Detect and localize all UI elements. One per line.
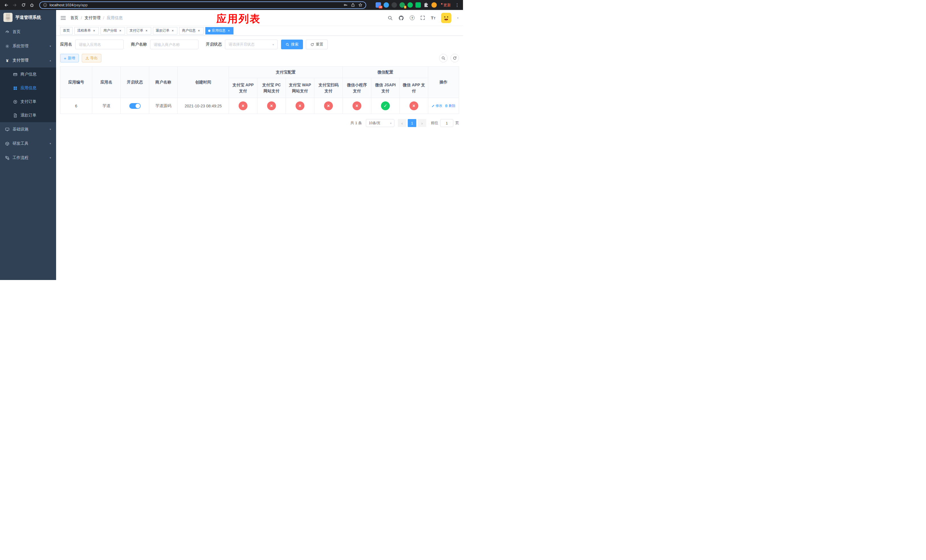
bookmark-star-icon[interactable] bbox=[358, 3, 363, 7]
breadcrumb-separator: / bbox=[103, 16, 104, 20]
close-icon[interactable]: × bbox=[145, 29, 148, 32]
sidebar-item-infrastructure[interactable]: 基础设施 ▾ bbox=[0, 122, 56, 136]
reset-button[interactable]: 重置 bbox=[306, 39, 328, 49]
toolbar-right bbox=[439, 54, 459, 62]
profile-avatar-icon[interactable] bbox=[431, 2, 437, 8]
status-switch[interactable] bbox=[129, 103, 141, 109]
delete-button[interactable]: 删除 bbox=[445, 103, 455, 108]
tab-pay-orders[interactable]: 支付订单× bbox=[127, 27, 151, 35]
next-page-button[interactable]: › bbox=[418, 119, 426, 127]
edit-button[interactable]: 修改 bbox=[432, 103, 442, 108]
tab-home[interactable]: 首页 bbox=[60, 27, 73, 35]
address-bar[interactable]: localhost:1024/pay/app bbox=[39, 2, 366, 9]
group-header-wechat: 微信配置 bbox=[343, 67, 428, 78]
tab-app-info[interactable]: 应用信息× bbox=[205, 27, 233, 35]
sidebar-item-refund-orders[interactable]: 退款订单 bbox=[0, 109, 56, 122]
app-name-input[interactable] bbox=[79, 42, 120, 47]
col-header-wechat-mini: 微信小程序支付 bbox=[343, 78, 371, 98]
refund-doc-icon bbox=[13, 114, 17, 118]
merchant-name-input-wrap bbox=[150, 39, 198, 49]
refresh-table-button[interactable] bbox=[451, 54, 459, 62]
close-icon[interactable]: × bbox=[118, 29, 122, 32]
help-icon[interactable]: ? bbox=[410, 15, 415, 20]
chevron-down-icon: ▾ bbox=[50, 128, 51, 131]
alipay-wap-pay-status-icon: × bbox=[295, 101, 304, 110]
alipay-qr-pay-status-icon: × bbox=[324, 101, 333, 110]
breadcrumb-current: 应用信息 bbox=[107, 15, 123, 21]
refresh-icon[interactable] bbox=[20, 2, 27, 9]
chevron-down-icon[interactable]: ▾ bbox=[457, 17, 458, 20]
extension-icon-3[interactable] bbox=[392, 2, 397, 8]
tab-merchant-info[interactable]: 商户信息× bbox=[179, 27, 204, 35]
status-select[interactable]: 请选择开启状态 ▾ bbox=[225, 39, 278, 49]
col-header-alipay-qr: 支付宝扫码支付 bbox=[314, 78, 343, 98]
filter-merchant-name: 商户名称 bbox=[131, 39, 198, 49]
close-icon[interactable]: × bbox=[197, 29, 201, 32]
share-icon[interactable] bbox=[351, 3, 355, 7]
breadcrumb-payment[interactable]: 支付管理 bbox=[85, 15, 100, 21]
page-size-value: 10条/页 bbox=[369, 121, 380, 126]
app-logo[interactable]: 芋道管理系统 bbox=[0, 10, 56, 25]
goto-suffix: 页 bbox=[455, 121, 459, 126]
home-icon[interactable] bbox=[29, 2, 35, 9]
sidebar-item-dev-tools[interactable]: 研发工具 ▾ bbox=[0, 136, 56, 151]
yen-icon: ¥ bbox=[5, 58, 9, 63]
sidebar-item-merchant-info[interactable]: 商户信息 bbox=[0, 68, 56, 81]
github-icon[interactable] bbox=[398, 15, 404, 21]
close-icon[interactable]: × bbox=[171, 29, 174, 32]
extension-icon-1[interactable]: 10 bbox=[375, 2, 381, 8]
col-header-wechat-jsapi: 微信 JSAPI 支付 bbox=[371, 78, 400, 98]
breadcrumb-home[interactable]: 首页 bbox=[70, 15, 78, 21]
font-size-icon[interactable]: TT bbox=[431, 16, 436, 20]
extension-icon-4[interactable]: 1 bbox=[399, 2, 405, 8]
trash-icon bbox=[445, 104, 448, 107]
page-header: 首页 / 支付管理 / 应用信息 ? TT bbox=[56, 10, 463, 26]
prev-page-button[interactable]: ‹ bbox=[398, 119, 406, 127]
tab-refund-orders[interactable]: 退款订单× bbox=[153, 27, 177, 35]
merchant-name-input[interactable] bbox=[154, 42, 195, 47]
export-button-label: 导出 bbox=[90, 56, 98, 61]
sidebar-item-label: 应用信息 bbox=[21, 85, 36, 91]
extensions-puzzle-icon[interactable] bbox=[424, 2, 429, 8]
back-icon[interactable] bbox=[3, 2, 10, 9]
extension-icon-5[interactable] bbox=[407, 2, 413, 8]
col-header-wechat-app: 微信 APP 支付 bbox=[400, 78, 428, 98]
pagination-total: 共 1 条 bbox=[351, 121, 362, 126]
browser-update-button[interactable]: 更新 bbox=[441, 3, 451, 8]
tab-user-group[interactable]: 用户分组× bbox=[100, 27, 125, 35]
sidebar-item-payment[interactable]: ¥ 支付管理 ▴ bbox=[0, 53, 56, 68]
extension-icon-6[interactable] bbox=[415, 2, 421, 8]
cell-merchant: 芋道源码 bbox=[149, 98, 178, 114]
group-header-alipay: 支付宝配置 bbox=[229, 67, 343, 78]
fullscreen-icon[interactable] bbox=[420, 15, 425, 20]
close-icon[interactable]: × bbox=[92, 29, 96, 32]
browser-menu-icon[interactable]: ⋮ bbox=[454, 3, 460, 8]
export-button[interactable]: 导出 bbox=[82, 54, 101, 62]
page-size-select[interactable]: 10条/页 ▾ bbox=[366, 119, 394, 127]
site-info-icon[interactable] bbox=[43, 3, 47, 7]
hamburger-icon[interactable] bbox=[61, 16, 66, 20]
sidebar-item-label: 支付管理 bbox=[12, 58, 29, 63]
sidebar-item-home[interactable]: 首页 bbox=[0, 25, 56, 39]
tab-process-form[interactable]: 流程表单× bbox=[74, 27, 99, 35]
search-button[interactable]: 搜索 bbox=[281, 39, 303, 49]
chevron-down-icon: ▾ bbox=[50, 142, 51, 145]
sidebar-item-system[interactable]: 系统管理 ▾ bbox=[0, 39, 56, 53]
sidebar-item-workflow[interactable]: 工作流程 ▾ bbox=[0, 151, 56, 165]
close-icon[interactable]: × bbox=[227, 29, 231, 32]
password-key-icon[interactable] bbox=[343, 3, 348, 7]
page-number-current[interactable]: 1 bbox=[408, 119, 416, 127]
extension-icon-2[interactable] bbox=[384, 2, 389, 8]
goto-page-input[interactable] bbox=[440, 119, 453, 127]
sidebar-item-app-info[interactable]: 应用信息 bbox=[0, 81, 56, 95]
sidebar-item-label: 研发工具 bbox=[12, 141, 29, 146]
forward-icon[interactable] bbox=[11, 2, 18, 9]
wechat-mini-pay-status-icon: × bbox=[353, 101, 362, 110]
sidebar-item-pay-orders[interactable]: 支付订单 bbox=[0, 95, 56, 109]
toolbox-icon bbox=[5, 142, 9, 146]
add-button[interactable]: + 新增 bbox=[60, 54, 79, 62]
toggle-search-button[interactable] bbox=[439, 54, 448, 62]
avatar[interactable] bbox=[441, 13, 451, 23]
filter-status: 开启状态 请选择开启状态 ▾ bbox=[206, 39, 278, 49]
search-icon[interactable] bbox=[387, 15, 393, 21]
